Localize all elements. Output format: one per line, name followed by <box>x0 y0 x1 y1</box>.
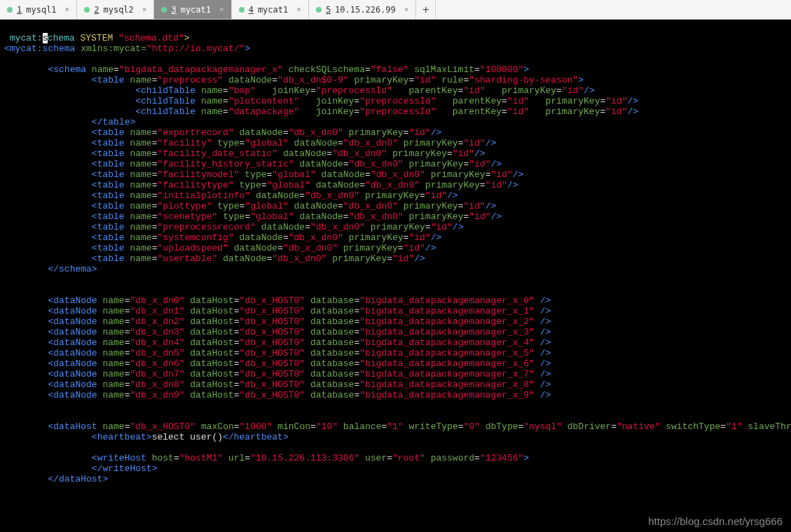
code-line: <heartbeat>select user()</heartbeat> <box>4 432 787 442</box>
tab-number: 5 <box>326 5 331 15</box>
watermark: https://blog.csdn.net/yrsg666 <box>648 516 783 526</box>
tab-label: mysql1 <box>26 5 56 15</box>
tab-number: 2 <box>94 5 99 15</box>
close-icon[interactable]: × <box>65 5 70 14</box>
code-line: <table name="facility_date_static" dataN… <box>4 148 787 159</box>
code-line: <dataNode name="db_x_dn7" dataHost="db_x… <box>4 369 787 379</box>
tab-10.15.226.99[interactable]: 510.15.226.99× <box>309 0 417 19</box>
code-line: <table name="facility_history_static" da… <box>4 159 787 169</box>
tab-number: 3 <box>171 5 176 15</box>
code-line <box>4 274 787 285</box>
status-dot-icon <box>84 7 90 13</box>
close-icon[interactable]: × <box>219 5 224 14</box>
code-line: <dataNode name="db_x_dn3" dataHost="db_x… <box>4 327 787 337</box>
code-line: <table name="usertable" dataNode="db_x_d… <box>4 253 787 264</box>
code-line <box>4 285 787 295</box>
code-line: <dataNode name="db_x_dn5" dataHost="db_x… <box>4 348 787 358</box>
code-line <box>4 442 787 453</box>
code-line <box>4 400 787 411</box>
code-line: </schema> <box>4 264 787 274</box>
close-icon[interactable]: × <box>296 5 301 14</box>
code-line: <writeHost host="hostM1" url="10.15.226.… <box>4 453 787 463</box>
status-dot-icon <box>7 7 13 13</box>
code-line: <table name="facility" type="global" dat… <box>4 138 787 148</box>
code-line: <table name="systemconfig" dataNode="db_… <box>4 232 787 243</box>
tab-mycat1[interactable]: 3mycat1× <box>154 0 231 19</box>
status-dot-icon <box>316 7 322 13</box>
code-editor[interactable]: mycat:schema SYSTEM "schema.dtd"><mycat:… <box>0 20 791 532</box>
code-line: <table name="exportrecord" dataNode="db_… <box>4 127 787 138</box>
code-line: <dataNode name="db_x_dn4" dataHost="db_x… <box>4 337 787 348</box>
tab-number: 1 <box>17 5 22 15</box>
code-line: <table name="facilitytype" type="global"… <box>4 180 787 190</box>
code-line: <table name="facilitymodel" type="global… <box>4 169 787 180</box>
code-line: </writeHost> <box>4 463 787 474</box>
code-line: <dataNode name="db_x_dn2" dataHost="db_x… <box>4 316 787 327</box>
code-line: <mycat:schema xmlns:mycat="http://io.myc… <box>4 43 787 54</box>
tab-number: 4 <box>249 5 254 15</box>
new-tab-button[interactable]: + <box>416 0 436 19</box>
code-line: </dataHost> <box>4 474 787 484</box>
tab-mycat1[interactable]: 4mycat1× <box>232 0 309 19</box>
code-line: <table name="preprocessrecord" dataNode=… <box>4 222 787 232</box>
code-line: <table name="scenetype" type="global" da… <box>4 211 787 222</box>
code-line: </table> <box>4 117 787 127</box>
code-line: <table name="uploadspeed" dataNode="db_x… <box>4 243 787 253</box>
tab-bar: 1mysql1×2mysql2×3mycat1×4mycat1×510.15.2… <box>0 0 791 20</box>
code-line: <table name="preprocess" dataNode="db_x_… <box>4 75 787 85</box>
code-line: <dataNode name="db_x_dn0" dataHost="db_x… <box>4 295 787 306</box>
code-line <box>4 411 787 421</box>
tab-mysql1[interactable]: 1mysql1× <box>0 0 77 19</box>
code-line: <childTable name="datapackage" joinKey="… <box>4 106 787 117</box>
code-line: mycat:schema SYSTEM "schema.dtd"><mycat:… <box>4 33 787 484</box>
code-line: <childTable name="bmp" joinKey="preproce… <box>4 85 787 96</box>
code-line: <dataNode name="db_x_dn9" dataHost="db_x… <box>4 390 787 400</box>
code-line: <dataHost name="db_x_HOST0" maxCon="1000… <box>4 421 787 432</box>
close-icon[interactable]: × <box>404 5 409 14</box>
status-dot-icon <box>161 7 167 13</box>
code-line: <table name="initialplotinfo" dataNode="… <box>4 190 787 201</box>
code-line: <schema name="bigdata_datapackagemanager… <box>4 64 787 75</box>
code-line: <dataNode name="db_x_dn1" dataHost="db_x… <box>4 306 787 316</box>
code-line: <dataNode name="db_x_dn8" dataHost="db_x… <box>4 379 787 390</box>
code-line: <dataNode name="db_x_dn6" dataHost="db_x… <box>4 358 787 369</box>
code-line <box>4 54 787 64</box>
tab-label: mycat1 <box>258 5 288 15</box>
tab-label: mycat1 <box>181 5 211 15</box>
close-icon[interactable]: × <box>142 5 147 14</box>
status-dot-icon <box>239 7 245 13</box>
tab-label: mysql2 <box>103 5 133 15</box>
tab-label: 10.15.226.99 <box>335 5 396 15</box>
code-line: <table name="plottype" type="global" dat… <box>4 201 787 211</box>
tab-mysql2[interactable]: 2mysql2× <box>77 0 154 19</box>
code-line: <childTable name="plotcontent" joinKey="… <box>4 96 787 106</box>
